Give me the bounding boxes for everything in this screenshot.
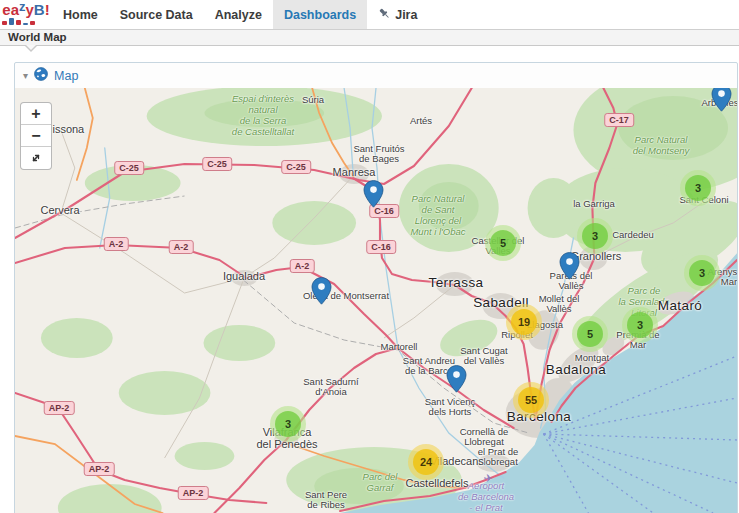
marker-cluster[interactable]: 3 xyxy=(270,406,306,442)
road-shield-label: C-25 xyxy=(202,157,232,171)
road-shield-label: C-25 xyxy=(114,161,144,175)
map-park-label: Espai d'interèsnaturalde la Serrade Cast… xyxy=(232,94,294,138)
map-place-label: Badalona xyxy=(546,363,606,378)
collapse-caret-icon[interactable]: ▾ xyxy=(23,70,28,81)
marker-cluster-count: 3 xyxy=(689,260,715,286)
map-place-label: Cervera xyxy=(40,205,79,217)
marker-cluster-count: 3 xyxy=(627,312,653,338)
marker-cluster-count: 5 xyxy=(577,321,603,347)
map-place-label: Súria xyxy=(302,95,324,105)
map-zoom-control: + − xyxy=(20,102,52,170)
map-place-label: Cardedeu xyxy=(612,230,654,240)
globe-icon xyxy=(34,67,48,85)
map-pin-marker[interactable] xyxy=(711,88,732,112)
marker-cluster[interactable]: 5 xyxy=(485,225,521,261)
road-shield-label: C-25 xyxy=(281,160,311,174)
map-pin-marker[interactable] xyxy=(446,365,467,393)
map-place-label: Sant Cugatdel Vallès xyxy=(460,346,508,367)
marker-cluster-count: 3 xyxy=(275,411,301,437)
marker-cluster[interactable]: 3 xyxy=(684,255,720,291)
jira-icon xyxy=(378,7,391,23)
top-navigation: eazyB! Home Source Data Analyze Dashboar… xyxy=(0,0,739,30)
map-place-label: Montgat xyxy=(575,353,609,363)
map-place-label: Sant Vicençdels Horts xyxy=(425,397,476,418)
dashboard-tab-bar: World Map xyxy=(0,30,739,46)
map-place-label: Sant Fruitósde Bages xyxy=(353,144,404,165)
map-pin-marker[interactable] xyxy=(363,180,384,208)
nav-item-analyze[interactable]: Analyze xyxy=(204,0,273,29)
marker-cluster[interactable]: 19 xyxy=(506,304,542,340)
map-park-label: Parc delGarraf xyxy=(363,472,398,494)
airport-icon: ✈ xyxy=(483,472,492,485)
nav-item-jira-label: Jira xyxy=(395,8,417,22)
road-shield-label: A-2 xyxy=(104,237,129,251)
map-place-label: Sant Sadurníd'Anoia xyxy=(303,377,358,398)
marker-cluster[interactable]: 24 xyxy=(408,444,444,480)
marker-cluster[interactable]: 5 xyxy=(572,316,608,352)
marker-cluster[interactable]: 55 xyxy=(513,382,549,418)
road-shield-label: A-2 xyxy=(169,240,194,254)
map-panel: ▾ Map xyxy=(14,62,738,513)
map-panel-title[interactable]: Map xyxy=(54,69,78,83)
marker-cluster-count: 55 xyxy=(518,387,544,413)
map-place-label: Mollet delVallès xyxy=(539,294,580,315)
zoom-in-button[interactable]: + xyxy=(21,103,51,125)
eazybi-logo-bars xyxy=(2,18,49,25)
map-place-label: Cornellà deLlobregat xyxy=(460,427,509,448)
map-park-label: Parc Naturaldel Montseny xyxy=(633,135,690,157)
nav-item-home[interactable]: Home xyxy=(52,0,109,29)
map-panel-header: ▾ Map xyxy=(15,63,737,88)
marker-cluster[interactable]: 3 xyxy=(577,218,613,254)
map-pin-marker[interactable] xyxy=(559,252,580,280)
map-place-label: Igualada xyxy=(223,271,265,283)
map-place-label: Sant Perede Ribes xyxy=(305,490,347,511)
marker-cluster-count: 19 xyxy=(511,309,537,335)
road-shield-label: AP-2 xyxy=(84,462,115,476)
marker-cluster-count: 3 xyxy=(685,175,711,201)
zoom-out-button[interactable]: − xyxy=(21,125,51,147)
nav-item-dashboards[interactable]: Dashboards xyxy=(273,0,367,29)
road-shield-label: C-16 xyxy=(366,240,396,254)
nav-item-source-data[interactable]: Source Data xyxy=(109,0,204,29)
marker-cluster[interactable]: 3 xyxy=(680,170,716,206)
map-place-label: Artés xyxy=(410,116,432,126)
map-place-label: la Garriga xyxy=(573,199,615,209)
resize-map-button[interactable] xyxy=(21,147,51,169)
map-place-label: Manresa xyxy=(333,167,376,179)
eazybi-logo[interactable]: eazyB! xyxy=(0,0,52,29)
map-park-label: Parc Naturalde SantLlorenç delMunt i l'O… xyxy=(410,194,465,238)
map-place-label: Mataró xyxy=(658,299,702,314)
marker-cluster-count: 5 xyxy=(490,230,516,256)
nav-item-jira[interactable]: Jira xyxy=(367,0,428,29)
eazybi-logo-text: eazyB! xyxy=(2,4,49,17)
road-shield-label: AP-2 xyxy=(178,486,209,500)
road-shield-label: A-2 xyxy=(290,259,315,273)
map-place-label: Terrassa xyxy=(429,276,484,291)
map-pin-marker[interactable] xyxy=(311,277,332,305)
road-shield-label: AP-2 xyxy=(44,401,75,415)
map-place-label: Martorell xyxy=(381,342,418,352)
map-canvas[interactable]: + − Espai d'interèsnaturalde la Serrade … xyxy=(15,88,737,513)
dashboard-title: World Map xyxy=(8,31,67,43)
marker-cluster-count: 24 xyxy=(413,449,439,475)
map-place-label: Castelldefels xyxy=(406,478,469,490)
marker-cluster-count: 3 xyxy=(582,223,608,249)
road-shield-label: C-17 xyxy=(604,113,634,127)
marker-cluster[interactable]: 3 xyxy=(622,307,658,343)
